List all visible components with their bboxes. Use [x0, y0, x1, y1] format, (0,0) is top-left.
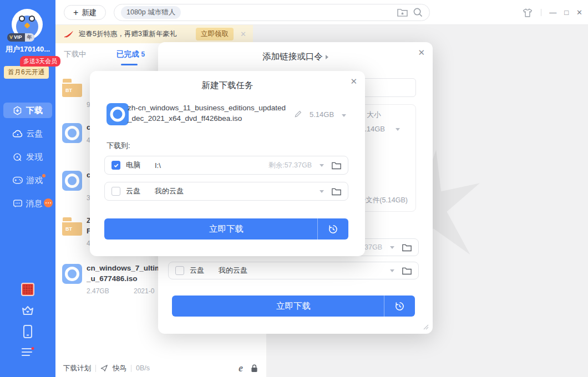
divider [541, 9, 541, 16]
maximize-button[interactable]: □ [564, 8, 569, 17]
bt-folder-icon: BT [62, 216, 82, 236]
pc-label: 电脑 [126, 160, 140, 170]
vip-badge[interactable]: VVIP 年 [7, 33, 34, 42]
status-bar: 下载计划 快鸟 0B/s e [55, 359, 266, 377]
cloud-label: 云盘 [190, 266, 204, 276]
promo-badge[interactable]: 首月6元开通 [4, 66, 49, 79]
speed-bird-icon [100, 364, 108, 372]
chevron-down-icon[interactable] [320, 190, 324, 193]
search-keyword-tag[interactable]: 1080p 城市猎人 [121, 6, 181, 19]
promo-rocket-icon [63, 30, 74, 39]
sidebar-item-discover[interactable]: 发现 [3, 149, 52, 165]
vip-label: VIP [14, 34, 22, 40]
sidebar-item-messages[interactable]: 消息 [3, 196, 52, 211]
modal-file-size: 5.14GB [310, 110, 334, 119]
browse-folder-icon[interactable] [402, 243, 412, 252]
collection-folder-icon[interactable] [397, 8, 408, 17]
schedule-download-button[interactable] [317, 218, 348, 240]
menu-button[interactable] [0, 347, 55, 357]
message-icon [13, 200, 22, 208]
cloud-path: 我的云盘 [155, 186, 184, 196]
avatar-eye-left [19, 16, 25, 22]
edit-pencil-icon[interactable] [294, 110, 302, 118]
speed-mode[interactable]: 快鸟 [113, 364, 126, 373]
toolbar: + 新建 1080p 城市猎人 — □ ✕ [55, 0, 588, 25]
phone-icon [23, 325, 33, 338]
browse-folder-icon[interactable] [332, 187, 341, 196]
mobile-button[interactable] [0, 325, 55, 338]
sidebar-item-download[interactable]: 下载 [3, 103, 52, 118]
sidebar-item-label: 游戏 [27, 175, 43, 186]
file-name-line2: _dec_2021_x64_dvd_ff426bea.iso [128, 114, 242, 123]
vip-v: V [9, 34, 13, 40]
new-task-modal: ✕ 新建下载任务 zh-cn_windows_11_business_editi… [90, 71, 365, 256]
schedule-clock-icon [394, 301, 405, 312]
vip-year-badge: 年 [25, 33, 34, 42]
search-input[interactable]: 1080p 城市猎人 [114, 4, 430, 21]
pc-checkbox[interactable] [111, 161, 120, 170]
sidebar-item-label: 发现 [26, 152, 43, 162]
task-size: 2.47GB [87, 287, 109, 295]
download-now-button[interactable]: 立即下载 [172, 296, 415, 317]
avatar-eye-right [29, 16, 35, 22]
resize-handle[interactable] [423, 324, 429, 330]
chevron-down-icon[interactable] [390, 269, 394, 272]
sidebar-item-label: 消息 [26, 198, 43, 209]
download-hexagon-icon [13, 106, 22, 115]
chevron-down-icon[interactable] [396, 128, 400, 131]
iso-disc-icon [107, 103, 129, 125]
banner-close-icon[interactable]: ✕ [238, 30, 249, 38]
schedule-download-button[interactable] [384, 296, 415, 317]
tab-completed[interactable]: 已完成5 [116, 49, 145, 59]
claim-button[interactable]: 立即领取 [196, 28, 234, 40]
cloud-destination-row[interactable]: 云盘 我的云盘 [104, 182, 348, 201]
sidebar-item-label: 下载 [26, 105, 43, 116]
sidebar-item-label: 云盘 [27, 129, 43, 139]
expand-caret-icon [326, 55, 328, 59]
search-icon[interactable] [413, 8, 423, 17]
red-packet-button[interactable] [0, 283, 55, 296]
messages-badge [44, 198, 53, 207]
add-dialog-title[interactable]: 添加链接或口令 [158, 51, 433, 63]
discover-icon [13, 152, 22, 162]
sidebar-item-cloud[interactable]: 云盘 [3, 126, 52, 141]
skin-shirt-icon[interactable] [522, 7, 533, 18]
cloud-path: 我的云盘 [219, 266, 247, 276]
download-to-label: 下载到: [107, 141, 130, 151]
chevron-down-icon[interactable] [342, 114, 346, 117]
cloud-destination-row[interactable]: 云盘 我的云盘 [168, 262, 419, 279]
new-task-label: 新建 [82, 8, 97, 18]
sidebar-item-games[interactable]: 游戏 [3, 172, 52, 188]
ie-browser-icon[interactable]: e [239, 363, 243, 373]
chevron-down-icon[interactable] [390, 246, 394, 249]
task-name-line2: _u_677486.iso [87, 274, 138, 283]
cloud-checkbox[interactable] [111, 187, 120, 196]
task-name: cn_windows_7_ultim [87, 264, 161, 272]
lock-icon[interactable] [250, 364, 258, 373]
banner-gray-cap [253, 25, 266, 43]
browse-folder-icon[interactable] [402, 267, 412, 275]
pc-destination-row[interactable]: 电脑 I:\ 剩余:57.37GB [104, 156, 348, 175]
tab-downloading[interactable]: 下载中 [64, 49, 87, 59]
sidebar: VVIP 年 用户170140... 多送3天会员 首月6元开通 下载 云盘 发… [0, 0, 55, 377]
schedule-clock-icon [328, 224, 338, 235]
cloud-icon [13, 130, 23, 137]
close-button[interactable]: ✕ [576, 8, 582, 17]
promo-text: 迎春5折特惠，再赠3重新年豪礼 [79, 29, 176, 39]
pc-path: I:\ [155, 161, 161, 170]
bonus-badge[interactable]: 多送3天会员 [20, 56, 60, 67]
vip-crown-button[interactable] [0, 304, 55, 316]
size-column-header: 大小 [367, 110, 381, 120]
completed-count: 5 [141, 50, 145, 58]
cloud-checkbox[interactable] [175, 266, 184, 275]
download-now-button[interactable]: 立即下载 [104, 218, 348, 240]
chevron-down-icon[interactable] [320, 164, 324, 167]
browse-folder-icon[interactable] [332, 161, 341, 170]
files-summary: 个文件(5.14GB) [359, 196, 408, 205]
modal-title: 新建下载任务 [90, 80, 365, 91]
download-plan[interactable]: 下载计划 [63, 364, 91, 373]
minimize-button[interactable]: — [549, 8, 556, 17]
new-task-button[interactable]: + 新建 [64, 5, 106, 20]
free-space: 剩余:57.37GB [268, 161, 312, 170]
username[interactable]: 用户170140... [0, 44, 55, 54]
